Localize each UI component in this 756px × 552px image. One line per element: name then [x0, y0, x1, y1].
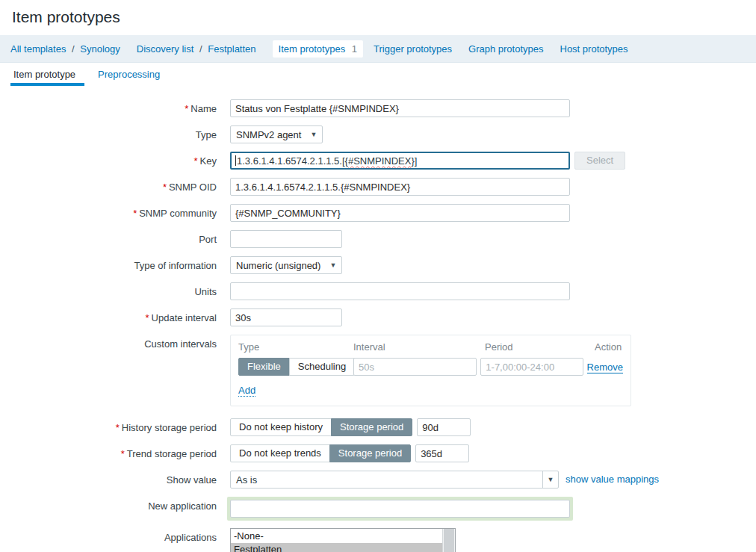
form-row-snmp-community: *SNMP community	[0, 204, 756, 223]
breadcrumb-link-all-templates[interactable]: All templates	[10, 43, 66, 55]
scrollbar-thumb[interactable]	[444, 529, 454, 552]
interval-type-toggle: Flexible Scheduling	[238, 358, 355, 376]
breadcrumb-separator: /	[199, 43, 202, 55]
type-of-information-label: Type of information	[0, 256, 224, 275]
type-label: Type	[0, 125, 224, 144]
breadcrumb: All templates / Synology Discovery list …	[0, 35, 756, 63]
scrollbar[interactable]	[442, 529, 455, 552]
tab-item-prototype[interactable]: Item prototype	[12, 63, 77, 86]
snmp-community-label: SNMP community	[139, 208, 217, 219]
type-dropdown-value: SNMPv2 agent	[236, 129, 301, 140]
trend-storage-input[interactable]	[415, 444, 469, 462]
column-header-interval: Interval	[353, 341, 485, 353]
key-value-prefix: 1.3.6.1.4.1.6574.2.1.1.5.[{	[237, 155, 348, 167]
form-row-type: Type SNMPv2 agent ▼	[0, 125, 756, 144]
application-option-none[interactable]: -None-	[231, 530, 442, 543]
breadcrumb-link-festplatten[interactable]: Festplatten	[208, 43, 255, 55]
breadcrumb-link-discovery-list[interactable]: Discovery list	[137, 43, 194, 55]
active-tab-underline	[10, 83, 84, 86]
tab-preprocessing[interactable]: Preprocessing	[96, 63, 161, 86]
form-row-key: *Key 1.3.6.1.4.1.6574.2.1.1.5.[{#SNMPIND…	[0, 152, 756, 170]
breadcrumb-current-item-prototypes[interactable]: Item prototypes 1	[273, 40, 363, 58]
key-value-suffix: }]	[411, 155, 417, 167]
update-interval-input[interactable]	[230, 308, 342, 326]
column-header-action: Action	[595, 341, 622, 353]
do-not-keep-history-button[interactable]: Do not keep history	[230, 418, 332, 436]
breadcrumb-link-item-prototypes[interactable]: Item prototypes	[279, 43, 346, 55]
snmp-oid-input[interactable]	[230, 178, 570, 196]
breadcrumb-link-trigger-prototypes[interactable]: Trigger prototypes	[374, 43, 452, 55]
custom-intervals-label: Custom intervals	[0, 335, 224, 353]
form-row-type-of-information: Type of information Numeric (unsigned) ▼	[0, 256, 756, 275]
application-option-festplatten[interactable]: Festplatten	[231, 543, 442, 552]
form-row-new-application: New application	[0, 497, 756, 521]
breadcrumb-group-templates: All templates / Synology	[10, 43, 120, 55]
breadcrumb-separator: /	[72, 43, 75, 55]
interval-type-scheduling-button[interactable]: Scheduling	[289, 358, 355, 376]
column-header-type: Type	[238, 341, 353, 353]
type-of-information-value: Numeric (unsigned)	[236, 260, 320, 271]
key-select-button[interactable]: Select	[574, 152, 625, 170]
do-not-keep-trends-button[interactable]: Do not keep trends	[230, 444, 330, 462]
required-asterisk: *	[163, 182, 167, 193]
form-row-units: Units	[0, 282, 756, 301]
snmp-oid-label: SNMP OID	[169, 182, 217, 193]
breadcrumb-group-discovery: Discovery list / Festplatten	[137, 43, 256, 55]
history-storage-input[interactable]	[417, 418, 471, 436]
tab-preprocessing-label: Preprocessing	[98, 69, 160, 80]
period-input[interactable]	[480, 358, 583, 376]
interval-input[interactable]	[353, 358, 477, 376]
form-row-port: Port	[0, 230, 756, 249]
tab-strip: Item prototype Preprocessing	[0, 63, 756, 86]
snmp-community-input[interactable]	[230, 204, 570, 222]
show-value-mappings-link[interactable]: show value mappings	[566, 471, 659, 489]
item-prototype-form: *Name Type SNMPv2 agent ▼ *Key 1.3.6.1.4…	[0, 86, 756, 552]
form-row-applications: Applications -None- Festplatten System	[0, 528, 756, 552]
form-row-show-value: Show value As is ▼ show value mappings	[0, 471, 756, 489]
required-asterisk: *	[116, 422, 120, 433]
new-application-input[interactable]	[230, 500, 570, 518]
breadcrumb-link-host-prototypes[interactable]: Host prototypes	[560, 43, 628, 55]
chevron-down-icon: ▼	[542, 471, 558, 488]
applications-listbox: -None- Festplatten System	[230, 528, 456, 552]
custom-intervals-box: Type Interval Period Action Flexible Sch…	[230, 335, 631, 406]
text-caret	[235, 155, 236, 166]
name-label: Name	[190, 103, 217, 114]
add-interval-link[interactable]: Add	[238, 385, 255, 397]
required-asterisk: *	[194, 155, 198, 167]
chevron-down-icon: ▼	[329, 261, 336, 269]
name-input[interactable]	[230, 99, 570, 117]
new-application-highlight	[227, 497, 573, 521]
tab-item-prototype-label: Item prototype	[13, 69, 75, 80]
type-dropdown[interactable]: SNMPv2 agent ▼	[230, 125, 323, 143]
form-row-trend-storage: *Trend storage period Do not keep trends…	[0, 444, 756, 463]
interval-type-flexible-button[interactable]: Flexible	[238, 358, 290, 376]
type-of-information-dropdown[interactable]: Numeric (unsigned) ▼	[230, 256, 342, 274]
applications-options: -None- Festplatten System	[231, 529, 442, 552]
history-storage-label: History storage period	[122, 422, 217, 433]
port-label: Port	[0, 230, 224, 249]
form-row-custom-intervals: Custom intervals Type Interval Period Ac…	[0, 335, 756, 406]
units-label: Units	[0, 282, 224, 301]
trend-storage-toggle: Do not keep trends Storage period	[230, 444, 411, 462]
show-value-selected-option: As is	[231, 474, 542, 486]
chevron-down-icon: ▼	[310, 131, 317, 138]
trend-storage-period-button[interactable]: Storage period	[329, 444, 411, 462]
page-title: Item prototypes	[12, 8, 744, 26]
show-value-select[interactable]: As is ▼	[230, 471, 559, 489]
item-prototypes-count-badge: 1	[352, 43, 357, 55]
form-row-history-storage: *History storage period Do not keep hist…	[0, 418, 756, 437]
history-storage-period-button[interactable]: Storage period	[331, 418, 412, 436]
key-label: Key	[200, 155, 217, 167]
breadcrumb-link-graph-prototypes[interactable]: Graph prototypes	[468, 43, 543, 55]
breadcrumb-link-synology[interactable]: Synology	[80, 43, 120, 55]
key-input[interactable]: 1.3.6.1.4.1.6574.2.1.1.5.[{#SNMPINDEX}]	[230, 152, 570, 170]
units-input[interactable]	[230, 282, 570, 300]
required-asterisk: *	[145, 312, 149, 323]
remove-interval-link[interactable]: Remove	[587, 362, 623, 373]
form-row-update-interval: *Update interval	[0, 308, 756, 327]
required-asterisk: *	[133, 208, 137, 219]
column-header-period: Period	[485, 341, 595, 353]
port-input[interactable]	[230, 230, 342, 248]
update-interval-label: Update interval	[152, 312, 217, 323]
